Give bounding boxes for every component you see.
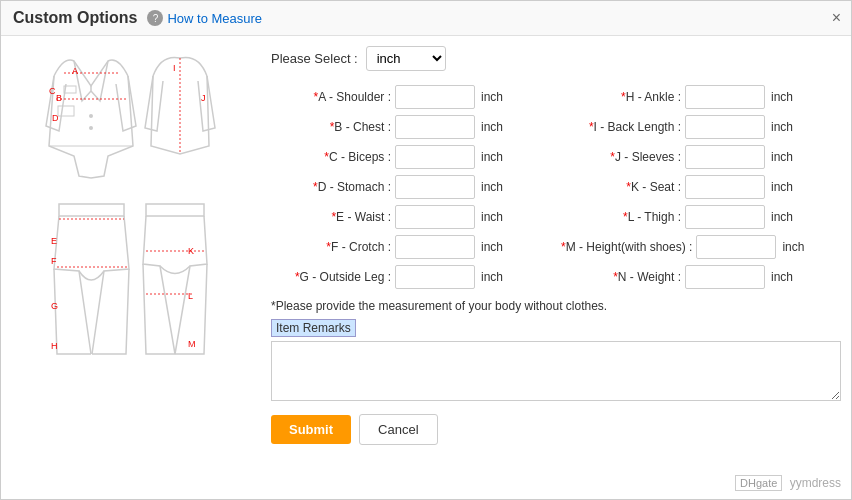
svg-point-4 <box>89 126 93 130</box>
measure-L-input[interactable] <box>685 205 765 229</box>
jacket-front-svg: A B C D <box>44 46 139 191</box>
item-remarks-label: Item Remarks <box>271 319 356 337</box>
modal-header: Custom Options ? How to Measure × <box>1 1 851 36</box>
measure-I-label: *I - Back Length : <box>561 120 681 134</box>
measure-J-input[interactable] <box>685 145 765 169</box>
svg-text:G: G <box>51 301 58 311</box>
measure-I-row: *I - Back Length : inch <box>561 115 841 139</box>
measure-K-input[interactable] <box>685 175 765 199</box>
measure-L-row: *L - Thigh : inch <box>561 205 841 229</box>
svg-text:I: I <box>173 63 176 73</box>
measurements-grid: *A - Shoulder : inch *H - Ankle : inch *… <box>271 85 841 289</box>
measure-M-unit: inch <box>782 240 804 254</box>
measure-H-row: *H - Ankle : inch <box>561 85 841 109</box>
pants-back-svg: K L M <box>138 199 213 359</box>
svg-text:M: M <box>188 339 196 349</box>
svg-rect-15 <box>50 200 133 358</box>
svg-text:F: F <box>51 256 57 266</box>
measurement-note: *Please provide the measurement of your … <box>271 299 841 313</box>
svg-text:A: A <box>72 66 78 76</box>
measure-B-unit: inch <box>481 120 503 134</box>
close-button[interactable]: × <box>832 9 841 27</box>
measure-J-row: *J - Sleeves : inch <box>561 145 841 169</box>
measure-G-unit: inch <box>481 270 503 284</box>
measure-F-row: *F - Crotch : inch <box>271 235 551 259</box>
modal-title: Custom Options <box>13 9 137 27</box>
svg-rect-23 <box>139 200 212 358</box>
svg-point-3 <box>89 114 93 118</box>
measure-N-label: *N - Weight : <box>561 270 681 284</box>
measure-J-unit: inch <box>771 150 793 164</box>
how-to-measure-link[interactable]: ? How to Measure <box>147 10 262 26</box>
measure-D-label: *D - Stomach : <box>271 180 391 194</box>
measure-F-label: *F - Crotch : <box>271 240 391 254</box>
select-label: Please Select : <box>271 51 358 66</box>
measure-E-unit: inch <box>481 210 503 224</box>
watermark: DHgate yymdress <box>735 475 841 491</box>
help-icon: ? <box>147 10 163 26</box>
measure-D-input[interactable] <box>395 175 475 199</box>
pants-images: E F G H <box>11 199 251 359</box>
svg-rect-11 <box>144 47 217 190</box>
how-to-measure-text: How to Measure <box>167 11 262 26</box>
svg-text:B: B <box>56 93 62 103</box>
measure-L-unit: inch <box>771 210 793 224</box>
measure-N-row: *N - Weight : inch <box>561 265 841 289</box>
measure-N-unit: inch <box>771 270 793 284</box>
measure-M-row: *M - Height(with shoes) : inch <box>561 235 841 259</box>
cancel-button[interactable]: Cancel <box>359 414 437 445</box>
left-panel: A B C D <box>11 46 251 481</box>
svg-text:E: E <box>51 236 57 246</box>
pants-front-svg: E F G H <box>49 199 134 359</box>
measure-M-label: *M - Height(with shoes) : <box>561 240 692 254</box>
measure-L-label: *L - Thigh : <box>561 210 681 224</box>
measure-K-label: *K - Seat : <box>561 180 681 194</box>
store-name: yymdress <box>790 476 841 490</box>
measure-G-input[interactable] <box>395 265 475 289</box>
measure-I-unit: inch <box>771 120 793 134</box>
measure-C-row: *C - Biceps : inch <box>271 145 551 169</box>
jacket-side-svg: I J <box>143 46 218 191</box>
measure-M-input[interactable] <box>696 235 776 259</box>
measure-G-row: *G - Outside Leg : inch <box>271 265 551 289</box>
footer-buttons: Submit Cancel <box>271 414 841 445</box>
measure-F-unit: inch <box>481 240 503 254</box>
svg-text:D: D <box>52 113 59 123</box>
modal-container: Custom Options ? How to Measure × <box>0 0 852 500</box>
measure-D-unit: inch <box>481 180 503 194</box>
measure-C-unit: inch <box>481 150 503 164</box>
measure-B-row: *B - Chest : inch <box>271 115 551 139</box>
measure-N-input[interactable] <box>685 265 765 289</box>
measure-E-input[interactable] <box>395 205 475 229</box>
measure-B-input[interactable] <box>395 115 475 139</box>
svg-text:C: C <box>49 86 56 96</box>
measure-G-label: *G - Outside Leg : <box>271 270 391 284</box>
measure-H-input[interactable] <box>685 85 765 109</box>
measure-A-input[interactable] <box>395 85 475 109</box>
measure-K-row: *K - Seat : inch <box>561 175 841 199</box>
measure-C-input[interactable] <box>395 145 475 169</box>
dhgate-logo: DHgate <box>735 475 782 491</box>
measure-I-input[interactable] <box>685 115 765 139</box>
measure-J-label: *J - Sleeves : <box>561 150 681 164</box>
jacket-images: A B C D <box>11 46 251 191</box>
svg-text:J: J <box>201 93 206 103</box>
svg-text:L: L <box>188 291 193 301</box>
measure-K-unit: inch <box>771 180 793 194</box>
unit-select[interactable]: inch cm <box>366 46 446 71</box>
measure-F-input[interactable] <box>395 235 475 259</box>
measure-H-unit: inch <box>771 90 793 104</box>
submit-button[interactable]: Submit <box>271 415 351 444</box>
measure-H-label: *H - Ankle : <box>561 90 681 104</box>
unit-select-row: Please Select : inch cm <box>271 46 841 71</box>
measure-A-row: *A - Shoulder : inch <box>271 85 551 109</box>
measure-C-label: *C - Biceps : <box>271 150 391 164</box>
measure-B-label: *B - Chest : <box>271 120 391 134</box>
measure-E-row: *E - Waist : inch <box>271 205 551 229</box>
svg-text:H: H <box>51 341 58 351</box>
item-remarks-textarea[interactable] <box>271 341 841 401</box>
measure-A-label: *A - Shoulder : <box>271 90 391 104</box>
measure-D-row: *D - Stomach : inch <box>271 175 551 199</box>
measure-E-label: *E - Waist : <box>271 210 391 224</box>
modal-body: A B C D <box>1 36 851 491</box>
